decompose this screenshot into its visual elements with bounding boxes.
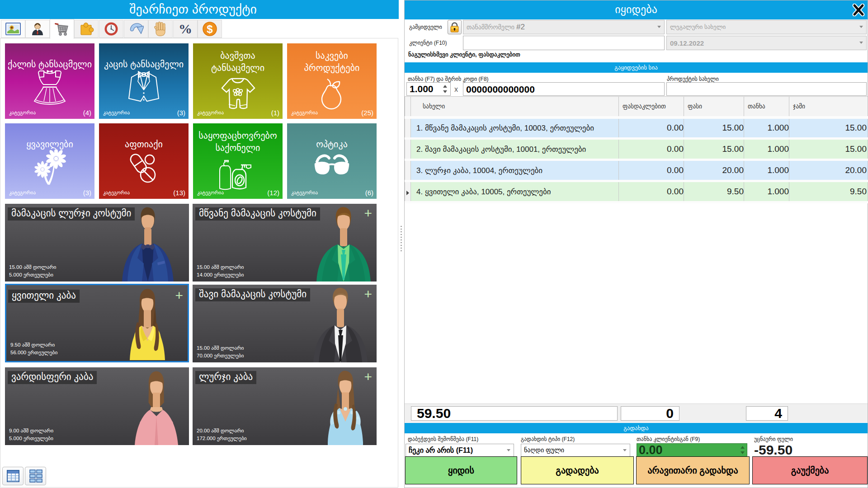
svg-text:%: % (179, 22, 192, 36)
svg-text:$: $ (207, 23, 213, 35)
